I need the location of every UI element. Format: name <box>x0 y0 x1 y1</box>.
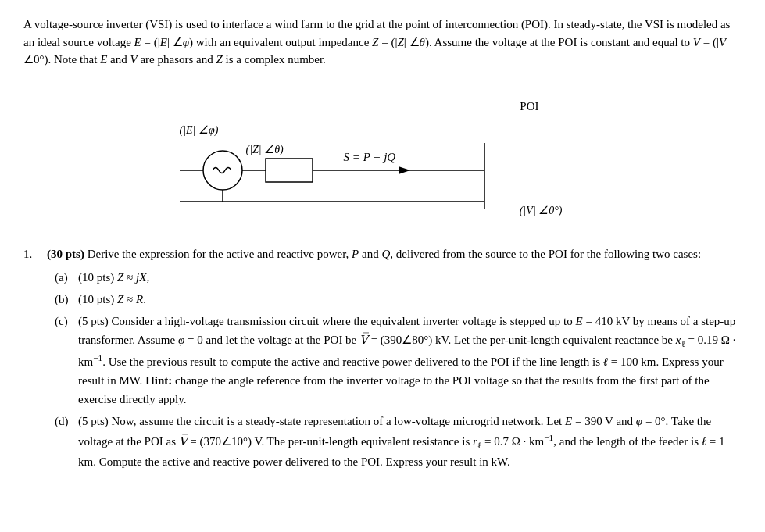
main-content: A voltage-source inverter (VSI) is used … <box>23 16 742 471</box>
poi-label: POI <box>520 100 538 113</box>
svg-rect-3 <box>266 159 313 182</box>
question-1a: (a) (10 pts) Z ≈ jX, <box>23 268 742 287</box>
circuit-diagram: POI (|E| ∠φ) (|Z| ∠θ) S = P + jQ (|V| ∠0… <box>23 84 742 225</box>
intro-paragraph: A voltage-source inverter (VSI) is used … <box>23 16 742 69</box>
svg-marker-5 <box>399 166 410 174</box>
question-1d: (d) (5 pts) Now, assume the circuit is a… <box>23 412 742 471</box>
q1c-label: (c) <box>55 312 78 409</box>
q1d-label: (d) <box>55 412 78 471</box>
circuit-svg <box>180 131 586 225</box>
questions-section: 1. (30 pts) Derive the expression for th… <box>23 245 742 471</box>
q1b-label: (b) <box>55 290 78 309</box>
question-1: 1. (30 pts) Derive the expression for th… <box>23 245 742 263</box>
q1c-text: (5 pts) Consider a high-voltage transmis… <box>78 312 742 409</box>
svg-point-1 <box>203 151 242 190</box>
q1a-text: (10 pts) Z ≈ jX, <box>78 268 149 287</box>
q1-text: (30 pts) Derive the expression for the a… <box>47 245 701 263</box>
question-1b: (b) (10 pts) Z ≈ R. <box>23 290 742 309</box>
q1d-text: (5 pts) Now, assume the circuit is a ste… <box>78 412 742 471</box>
q1a-label: (a) <box>55 268 78 287</box>
question-1c: (c) (5 pts) Consider a high-voltage tran… <box>23 312 742 409</box>
q1-number: 1. <box>23 245 47 263</box>
q1b-text: (10 pts) Z ≈ R. <box>78 290 146 309</box>
